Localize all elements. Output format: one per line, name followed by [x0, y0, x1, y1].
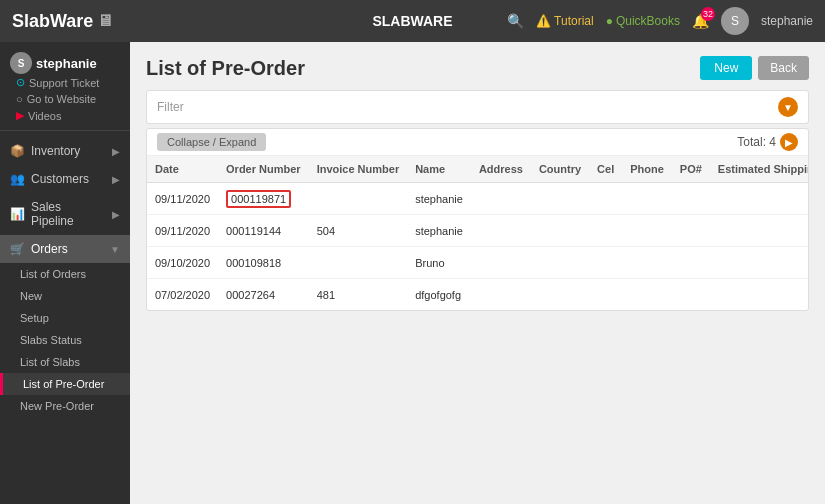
total-icon: ▶	[780, 133, 798, 151]
table-header-row: Date Order Number Invoice Number Name Ad…	[147, 156, 809, 183]
inventory-icon: 📦	[10, 144, 25, 158]
cell-country	[531, 247, 589, 279]
cell-invoice-number	[309, 183, 408, 215]
app-title: SLABWARE	[372, 13, 452, 29]
support-ticket-link[interactable]: ⊙ Support Ticket	[10, 74, 120, 91]
sidebar-sub-slabs-status[interactable]: Slabs Status	[0, 329, 130, 351]
cell-invoice-number: 481	[309, 279, 408, 311]
cell-name: Bruno	[407, 247, 471, 279]
notifications-bell[interactable]: 🔔 32	[692, 13, 709, 29]
sidebar-nav: 📦 Inventory ▶ 👥 Customers ▶ 📊 Sales Pipe…	[0, 137, 130, 417]
logo-icon: 🖥	[97, 12, 113, 30]
cell-address	[471, 215, 531, 247]
cell-country	[531, 279, 589, 311]
cell-cel	[589, 215, 622, 247]
main-content: List of Pre-Order New Back Filter ▼ Coll…	[130, 42, 825, 504]
avatar[interactable]: S	[721, 7, 749, 35]
cell-cel	[589, 183, 622, 215]
main-layout: S stephanie ⊙ Support Ticket ○ Go to Web…	[0, 42, 825, 504]
col-name: Name	[407, 156, 471, 183]
chevron-right-icon: ▶	[112, 209, 120, 220]
cell-order-number: 000119871	[218, 183, 309, 215]
cell-date: 09/10/2020	[147, 247, 218, 279]
cell-cel	[589, 247, 622, 279]
cell-country	[531, 183, 589, 215]
col-address: Address	[471, 156, 531, 183]
cell-po	[672, 247, 710, 279]
collapse-expand-button[interactable]: Collapse / Expand	[157, 133, 266, 151]
total-info: Total: 4 ▶	[737, 133, 798, 151]
sidebar: S stephanie ⊙ Support Ticket ○ Go to Web…	[0, 42, 130, 504]
sidebar-sub-new-order[interactable]: New	[0, 285, 130, 307]
sidebar-user-section: S stephanie ⊙ Support Ticket ○ Go to Web…	[0, 42, 130, 131]
cell-order-number: 00027264	[218, 279, 309, 311]
col-po: PO#	[672, 156, 710, 183]
col-phone: Phone	[622, 156, 672, 183]
quickbooks-link[interactable]: ● QuickBooks	[606, 14, 680, 28]
order-number-value: 000109818	[226, 257, 281, 269]
cell-name: dfgofgofg	[407, 279, 471, 311]
col-date: Date	[147, 156, 218, 183]
cell-order-number: 000109818	[218, 247, 309, 279]
avatar-initial: S	[731, 14, 739, 28]
support-icon: ⊙	[16, 76, 25, 89]
table-row: 09/11/2020 000119871 stephanie ✏️ 🗑 To C…	[147, 183, 809, 215]
notification-badge: 32	[701, 7, 715, 21]
col-est-shipping: Estimated Shipping Date	[710, 156, 809, 183]
video-icon: ▶	[16, 109, 24, 122]
sidebar-sub-list-slabs[interactable]: List of Slabs	[0, 351, 130, 373]
website-icon: ○	[16, 93, 23, 105]
col-order-number: Order Number	[218, 156, 309, 183]
cell-date: 09/11/2020	[147, 183, 218, 215]
sidebar-avatar: S	[10, 52, 32, 74]
sidebar-sub-list-pre-order[interactable]: List of Pre-Order	[0, 373, 130, 395]
cell-address	[471, 247, 531, 279]
new-button[interactable]: New	[700, 56, 752, 80]
cell-phone	[622, 183, 672, 215]
header-buttons: New Back	[700, 56, 809, 80]
table-toolbar: Collapse / Expand Total: 4 ▶	[147, 129, 808, 156]
warning-icon: ⚠️	[536, 14, 551, 28]
table-area: Collapse / Expand Total: 4 ▶ Date Order …	[146, 128, 809, 311]
sidebar-item-sales-pipeline[interactable]: 📊 Sales Pipeline ▶	[0, 193, 130, 235]
cell-phone	[622, 215, 672, 247]
username-label: stephanie	[761, 14, 813, 28]
sidebar-sub-setup[interactable]: Setup	[0, 307, 130, 329]
filter-label: Filter	[157, 100, 184, 114]
cell-phone	[622, 247, 672, 279]
sidebar-item-customers[interactable]: 👥 Customers ▶	[0, 165, 130, 193]
cell-name: stephanie	[407, 183, 471, 215]
pre-order-table: Date Order Number Invoice Number Name Ad…	[147, 156, 809, 310]
customers-icon: 👥	[10, 172, 25, 186]
sidebar-item-inventory[interactable]: 📦 Inventory ▶	[0, 137, 130, 165]
order-number-highlighted: 000119871	[226, 190, 291, 208]
search-icon[interactable]: 🔍	[507, 13, 524, 29]
filter-toggle-icon[interactable]: ▼	[778, 97, 798, 117]
total-label: Total: 4	[737, 135, 776, 149]
chevron-down-icon: ▼	[110, 244, 120, 255]
cell-est-shipping	[710, 215, 809, 247]
cell-name: stephanie	[407, 215, 471, 247]
go-to-website-link[interactable]: ○ Go to Website	[10, 91, 120, 107]
cell-date: 07/02/2020	[147, 279, 218, 311]
order-number-value: 00027264	[226, 289, 275, 301]
cell-order-number: 000119144	[218, 215, 309, 247]
page-header: List of Pre-Order New Back	[146, 56, 809, 80]
cell-invoice-number: 504	[309, 215, 408, 247]
cell-address	[471, 279, 531, 311]
sidebar-item-orders[interactable]: 🛒 Orders ▼	[0, 235, 130, 263]
chevron-right-icon: ▶	[112, 146, 120, 157]
sidebar-sub-new-pre-order[interactable]: New Pre-Order	[0, 395, 130, 417]
sidebar-sub-list-orders[interactable]: List of Orders	[0, 263, 130, 285]
cell-po	[672, 215, 710, 247]
filter-bar[interactable]: Filter ▼	[146, 90, 809, 124]
tutorial-link[interactable]: ⚠️ Tutorial	[536, 14, 594, 28]
cell-po	[672, 279, 710, 311]
col-invoice-number: Invoice Number	[309, 156, 408, 183]
topnav-right: 🔍 ⚠️ Tutorial ● QuickBooks 🔔 32 S stepha…	[507, 7, 813, 35]
cell-address	[471, 183, 531, 215]
videos-link[interactable]: ▶ Videos	[10, 107, 120, 124]
back-button[interactable]: Back	[758, 56, 809, 80]
cell-date: 09/11/2020	[147, 215, 218, 247]
order-number-value: 000119144	[226, 225, 281, 237]
